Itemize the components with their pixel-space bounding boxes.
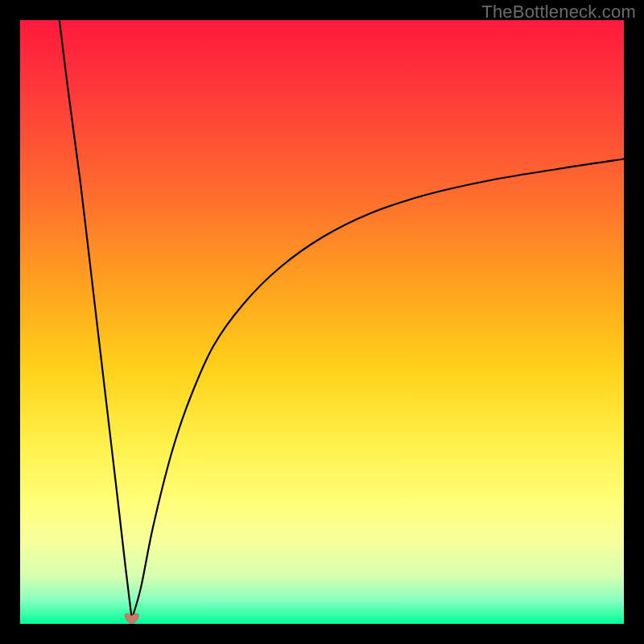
plot-area — [20, 20, 624, 624]
bottleneck-curve — [20, 20, 624, 624]
curve-left-branch — [60, 20, 132, 619]
chart-frame: TheBottleneck.com — [0, 0, 644, 644]
curve-lines — [60, 20, 624, 619]
curve-right-branch — [132, 159, 624, 620]
